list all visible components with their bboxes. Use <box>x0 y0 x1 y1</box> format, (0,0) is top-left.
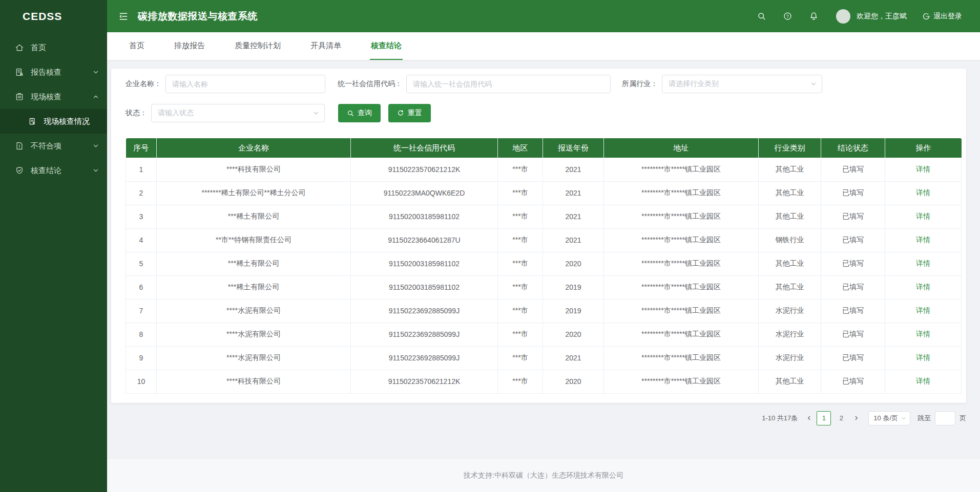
sidebar-item-conclusion[interactable]: 核查结论 <box>0 158 107 183</box>
search-icon[interactable] <box>757 11 766 21</box>
pagination: 1-10 共17条 12 10 条/页 跳至 页 <box>107 411 966 425</box>
detail-link[interactable]: 详情 <box>916 306 930 314</box>
detail-link[interactable]: 详情 <box>916 188 930 197</box>
sidebar-subitem-site-check-status[interactable]: 现场核查情况 <box>0 109 107 134</box>
cell-code: 911502003185981102 <box>351 275 498 299</box>
cell-industry: 水泥行业 <box>759 323 821 346</box>
chevron-down-icon <box>93 69 99 75</box>
page-size-select[interactable]: 10 条/页 <box>868 411 910 425</box>
cell-year: 2020 <box>543 252 604 275</box>
detail-link[interactable]: 详情 <box>916 212 930 220</box>
footer: 技术支持:中科双碳（大连）生态环境技术有限公司 <box>107 458 980 492</box>
cell-year: 2019 <box>543 299 604 323</box>
jump-label: 跳至 <box>918 414 931 423</box>
detail-link[interactable]: 详情 <box>916 259 930 267</box>
detail-link[interactable]: 详情 <box>916 236 930 244</box>
cell-name: *******稀土有限公司**稀土分公司 <box>157 181 351 205</box>
column-header: 报送年份 <box>543 138 604 158</box>
chevron-up-icon <box>93 94 99 100</box>
cell-industry: 其他工业 <box>759 181 821 205</box>
sidebar-item-site-check[interactable]: 现场核查 <box>0 84 107 109</box>
report-check-icon <box>15 68 24 77</box>
logout-button[interactable]: 退出登录 <box>922 12 962 21</box>
cell-address: ********市*****镇工业园区 <box>604 346 759 370</box>
cell-address: ********市*****镇工业园区 <box>604 252 759 275</box>
cell-region: ***市 <box>498 205 543 228</box>
detail-link[interactable]: 详情 <box>916 283 930 291</box>
bell-icon[interactable] <box>809 11 819 21</box>
jump-page-input[interactable] <box>935 411 955 425</box>
page-button[interactable]: 2 <box>834 411 848 425</box>
prev-page-button[interactable] <box>803 411 815 425</box>
cell-region: ***市 <box>498 158 543 181</box>
cell-no: 2 <box>126 181 157 205</box>
sidebar-item-label: 不符合项 <box>31 141 93 151</box>
column-header: 行业类别 <box>759 138 821 158</box>
page-button[interactable]: 1 <box>817 411 831 425</box>
detail-link[interactable]: 详情 <box>916 330 930 338</box>
search-icon <box>347 110 354 117</box>
cell-action: 详情 <box>885 275 962 299</box>
cell-name: ****科技有限公司 <box>157 158 351 181</box>
detail-link[interactable]: 详情 <box>916 353 930 361</box>
company-name-input[interactable] <box>165 75 325 93</box>
company-name-label: 企业名称： <box>126 79 161 89</box>
cell-address: ********市*****镇工业园区 <box>604 275 759 299</box>
cell-address: ********市*****镇工业园区 <box>604 370 759 393</box>
tab-4[interactable]: 核查结论 <box>370 32 403 60</box>
cell-address: ********市*****镇工业园区 <box>604 181 759 205</box>
cell-region: ***市 <box>498 299 543 323</box>
industry-select[interactable]: 请选择行业类别 <box>662 75 822 93</box>
reset-button[interactable]: 重置 <box>388 104 431 122</box>
cell-year: 2021 <box>543 346 604 370</box>
status-select[interactable]: 请输入状态 <box>151 104 325 122</box>
pagination-total: 1-10 共17条 <box>762 414 798 423</box>
cell-no: 10 <box>126 370 157 393</box>
chevron-down-icon <box>313 110 319 116</box>
cell-name: ****水泥有限公司 <box>157 346 351 370</box>
cell-industry: 其他工业 <box>759 158 821 181</box>
column-header: 结论状态 <box>821 138 885 158</box>
cell-region: ***市 <box>498 228 543 252</box>
cell-industry: 水泥行业 <box>759 299 821 323</box>
tab-3[interactable]: 开具清单 <box>309 32 342 60</box>
sidebar-item-report-check[interactable]: 报告核查 <box>0 60 107 84</box>
table-row: 8****水泥有限公司91150223692885099J***市2020***… <box>126 323 962 346</box>
cell-year: 2021 <box>543 228 604 252</box>
tab-1[interactable]: 排放报告 <box>173 32 206 60</box>
search-button[interactable]: 查询 <box>338 104 381 122</box>
tab-0[interactable]: 首页 <box>128 32 145 60</box>
detail-link[interactable]: 详情 <box>916 165 930 173</box>
cell-action: 详情 <box>885 228 962 252</box>
cell-name: ****科技有限公司 <box>157 370 351 393</box>
cell-region: ***市 <box>498 275 543 299</box>
table-row: 6***稀土有限公司911502003185981102***市2019****… <box>126 275 962 299</box>
tab-2[interactable]: 质量控制计划 <box>234 32 282 60</box>
cell-address: ********市*****镇工业园区 <box>604 205 759 228</box>
cell-action: 详情 <box>885 323 962 346</box>
cell-status: 已填写 <box>821 252 885 275</box>
next-page-button[interactable] <box>850 411 862 425</box>
cell-industry: 其他工业 <box>759 275 821 299</box>
table-row: 3***稀土有限公司911502003185981102***市2021****… <box>126 205 962 228</box>
credit-code-input[interactable] <box>406 75 611 93</box>
sidebar-item-nonconformity[interactable]: 不符合项 <box>0 134 107 158</box>
page-unit-label: 页 <box>960 414 966 423</box>
doc-icon <box>28 117 37 125</box>
cell-action: 详情 <box>885 346 962 370</box>
menu-fold-icon[interactable] <box>118 11 129 22</box>
cell-code: 91150223692885099J <box>351 346 498 370</box>
cell-address: ********市*****镇工业园区 <box>604 228 759 252</box>
cell-code: 91150223664061287U <box>351 228 498 252</box>
detail-link[interactable]: 详情 <box>916 377 930 385</box>
table-row: 7****水泥有限公司91150223692885099J***市2019***… <box>126 299 962 323</box>
cell-no: 4 <box>126 228 157 252</box>
cell-no: 7 <box>126 299 157 323</box>
svg-text:?: ? <box>786 14 789 19</box>
sidebar-item-home[interactable]: 首页 <box>0 35 107 60</box>
credit-code-label: 统一社会信用代码： <box>338 79 402 89</box>
avatar[interactable] <box>836 9 850 24</box>
cell-status: 已填写 <box>821 275 885 299</box>
help-icon[interactable]: ? <box>783 11 793 21</box>
column-header: 序号 <box>126 138 157 158</box>
